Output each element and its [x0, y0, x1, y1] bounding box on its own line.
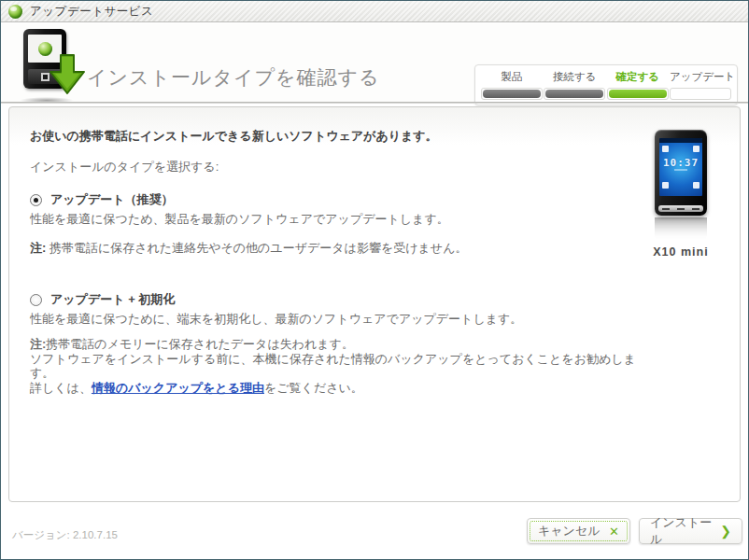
phone-keys	[658, 205, 703, 212]
backup-info-link[interactable]: 情報のバックアップをとる理由	[92, 381, 264, 395]
cancel-button-label: キャンセル	[538, 523, 601, 539]
header-divider	[1, 102, 748, 104]
step-product: 製品	[481, 70, 543, 100]
screen-icon	[693, 146, 700, 152]
install-options: お使いの携帯電話にインストールできる新しいソフトウェアがあります。 インストール…	[30, 128, 637, 395]
screen-icon	[662, 182, 669, 189]
title-bar: アップデートサービス	[1, 1, 748, 22]
phone-statusbar	[659, 138, 702, 143]
version-label: バージョン: 2.10.7.15	[12, 528, 118, 542]
install-button-label: インストール	[650, 514, 720, 548]
radio-unselected-icon[interactable]	[30, 294, 42, 306]
header: インストールタイプを確認する 製品 接続する 確定する アップデート	[1, 23, 748, 102]
option1-description: 性能を最適に保つため、製品を最新のソフトウェアでアップデートします。	[30, 211, 637, 228]
screen-icon	[693, 182, 700, 189]
option2-note: 注:携帯電話のメモリーに保存されたデータは失われます。 ソフトウェアをインストー…	[30, 337, 637, 395]
phone-reflection	[655, 217, 707, 242]
step-connect: 接続する	[544, 70, 605, 100]
phone-clock: 10:37	[659, 157, 702, 169]
device-figure: 10:37 X10 mini	[648, 130, 714, 259]
install-arrow-icon: ❯	[720, 524, 731, 539]
cancel-button[interactable]: キャンセル ✕	[527, 518, 630, 544]
step-bar-filled	[483, 90, 541, 98]
phone-download-icon	[16, 29, 87, 100]
update-service-window: アップデートサービス インストールタイプを確認する 製品	[0, 0, 749, 560]
content-heading: お使いの携帯電話にインストールできる新しいソフトウェアがあります。	[30, 128, 637, 145]
option2-description: 性能を最適に保つために、端末を初期化し、最新のソフトウェアでアップデートします。	[30, 311, 637, 328]
green-download-arrow-icon	[48, 53, 87, 96]
cancel-x-icon: ✕	[609, 525, 619, 539]
radio-selected-icon[interactable]	[30, 194, 42, 206]
content-panel: お使いの携帯電話にインストールできる新しいソフトウェアがあります。 インストール…	[8, 106, 741, 502]
step-update: アップデート	[670, 70, 731, 100]
install-button[interactable]: インストール ❯	[639, 518, 742, 544]
page-title: インストールタイプを確認する	[87, 64, 379, 91]
radio-update-recommended[interactable]: アップデート（推奨）	[30, 191, 637, 208]
sony-ericsson-logo-icon	[8, 5, 22, 19]
phone-screen: 10:37	[659, 138, 702, 196]
select-type-prompt: インストールのタイプを選択する:	[30, 159, 637, 175]
option1-note: 注: 携帯電話に保存された連絡先やその他のユーザデータは影響を受けません。	[30, 240, 637, 257]
screen-icon	[662, 146, 669, 152]
step-bar-filled	[545, 90, 603, 98]
window-title: アップデートサービス	[30, 4, 153, 20]
step-progress: 製品 接続する 確定する アップデート	[474, 64, 738, 105]
phone-date-line	[674, 169, 687, 171]
radio-update-initialize[interactable]: アップデート + 初期化	[30, 291, 637, 308]
step-bar-active	[609, 90, 667, 98]
step-confirm: 確定する	[607, 70, 669, 100]
phone-image: 10:37	[655, 130, 707, 216]
device-name-label: X10 mini	[648, 245, 714, 259]
step-bar-empty	[671, 90, 729, 98]
